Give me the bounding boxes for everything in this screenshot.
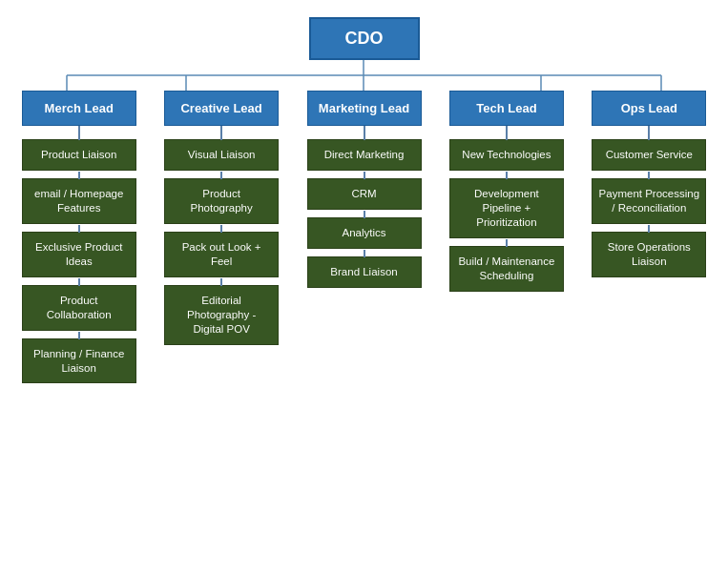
item-merch-0: Product Liaison xyxy=(22,139,136,171)
item-marketing-1: CRM xyxy=(307,178,422,210)
column-merch: Merch Lead Product Liaison email / Homep… xyxy=(10,91,148,383)
top-connector-svg xyxy=(10,60,718,91)
sub-items-merch: Product Liaison email / Homepage Feature… xyxy=(22,139,136,383)
column-creative: Creative Lead Visual Liaison Product Pho… xyxy=(152,91,290,345)
leads-row: Merch Lead Product Liaison email / Homep… xyxy=(10,91,718,383)
sub-items-creative: Visual Liaison Product Photography Pack … xyxy=(164,139,279,345)
item-creative-2: Pack out Look + Feel xyxy=(164,232,279,277)
sub-items-ops: Customer Service Payment Processing / Re… xyxy=(592,139,706,277)
item-marketing-0: Direct Marketing xyxy=(307,139,422,171)
sub-items-marketing: Direct Marketing CRM Analytics Brand Lia… xyxy=(307,139,422,288)
item-ops-2: Store Operations Liaison xyxy=(592,232,706,277)
lead-creative: Creative Lead xyxy=(164,91,279,126)
lead-merch: Merch Lead xyxy=(22,91,136,126)
item-creative-3: Editorial Photography - Digital POV xyxy=(164,285,279,345)
lead-marketing: Marketing Lead xyxy=(307,91,422,126)
item-tech-2: Build / Maintenance Scheduling xyxy=(449,246,564,292)
item-merch-1: email / Homepage Features xyxy=(22,178,136,224)
lead-ops: Ops Lead xyxy=(592,91,706,126)
item-ops-0: Customer Service xyxy=(592,139,706,171)
item-merch-2: Exclusive Product Ideas xyxy=(22,232,136,277)
column-marketing: Marketing Lead Direct Marketing CRM Anal… xyxy=(295,91,433,288)
item-merch-4: Planning / Finance Liaison xyxy=(22,338,136,384)
cdo-box: CDO xyxy=(309,17,420,60)
item-ops-1: Payment Processing / Reconciliation xyxy=(592,178,706,224)
item-creative-1: Product Photography xyxy=(164,178,279,224)
org-chart: CDO Merch Lead Product Liaison email / H… xyxy=(0,0,728,412)
item-creative-0: Visual Liaison xyxy=(164,139,279,171)
column-tech: Tech Lead New Technologies Development P… xyxy=(437,91,575,292)
item-tech-1: Development Pipeline + Prioritization xyxy=(449,178,564,238)
item-merch-3: Product Collaboration xyxy=(22,285,136,331)
item-tech-0: New Technologies xyxy=(449,139,564,171)
sub-items-tech: New Technologies Development Pipeline + … xyxy=(449,139,564,292)
root-row: CDO xyxy=(10,17,718,60)
column-ops: Ops Lead Customer Service Payment Proces… xyxy=(580,91,718,277)
item-marketing-2: Analytics xyxy=(307,217,422,249)
lead-tech: Tech Lead xyxy=(449,91,564,126)
item-marketing-3: Brand Liaison xyxy=(307,256,422,288)
